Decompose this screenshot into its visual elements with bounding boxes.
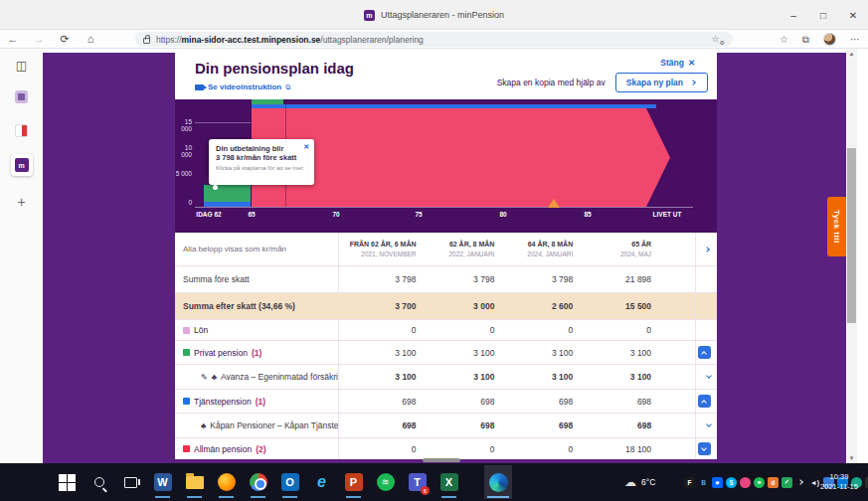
table-row-avanza[interactable]: ✎ ♣ Avanza – Egeninmatad försäkring: I..…: [175, 365, 717, 390]
url-path: /uttagsplaneraren/planering: [320, 35, 424, 45]
taskbar-powerpoint-icon[interactable]: P: [343, 465, 364, 499]
taskbar-word-icon[interactable]: W: [152, 465, 173, 499]
video-instruction-link[interactable]: Se videoinstruktion ⧉: [195, 83, 290, 91]
collections-icon[interactable]: ⧉: [802, 34, 809, 46]
close-x-icon: ✕: [688, 58, 695, 68]
taskbar-edge-icon-active[interactable]: [484, 465, 512, 499]
allman-pension-swatch-icon: [183, 445, 190, 452]
column-header: 62 ÅR, 8 MÅN 2022, JANUARI: [417, 240, 495, 259]
profile-avatar[interactable]: [823, 33, 836, 46]
tray-pink-app-icon[interactable]: [740, 477, 751, 488]
scrollbar-thumb[interactable]: [847, 148, 856, 323]
sidebar-panel-icon[interactable]: ◫: [0, 59, 43, 73]
y-tick: 0: [175, 199, 192, 206]
pension-logo-icon: ♣: [212, 373, 217, 382]
tray-f-secure-icon[interactable]: F: [684, 477, 695, 488]
edit-icon[interactable]: ✎: [201, 373, 208, 382]
sidebar-app-purple-icon[interactable]: [0, 90, 43, 103]
start-button[interactable]: [57, 465, 78, 499]
payout-tooltip: Din utbetalning blir 3 798 kr/mån före s…: [209, 139, 314, 185]
allman-pension-area[interactable]: [252, 108, 670, 207]
table-row-tjanstepension[interactable]: Tjänstepension (1) 698 698 698 698: [175, 390, 717, 414]
sidebar-app-red-icon[interactable]: [0, 124, 43, 137]
tooltip-close-icon[interactable]: ✕: [303, 143, 309, 151]
tooltip-line1: Din utbetalning blir: [216, 144, 307, 153]
table-row-summa-fore-skatt: Summa före skatt 3 798 3 798 3 798 21 89…: [175, 266, 717, 293]
tray-dropbox-icon[interactable]: ◆: [712, 477, 723, 488]
expand-avanza-icon[interactable]: [706, 373, 712, 379]
taskbar-firefox-icon[interactable]: [216, 465, 237, 499]
x-tick: 80: [499, 211, 506, 218]
menu-dots-icon[interactable]: ⋯: [850, 34, 860, 45]
clock-date: 2021-11-15: [820, 482, 858, 492]
horizontal-scrollbar-thumb[interactable]: [423, 458, 460, 462]
column-header: FRÅN 62 ÅR, 6 MÅN 2021, NOVEMBER: [338, 240, 417, 259]
url-domain: mina-sidor-acc.test.minpension.se: [182, 35, 321, 45]
tray-shield-check-icon[interactable]: ✓: [781, 477, 792, 488]
table-row-summa-efter-skatt: Summa efter skatt (34,66 %) 3 700 3 000 …: [175, 293, 717, 320]
tjanstepension-area-after-65[interactable]: [252, 104, 656, 108]
privat-pension-bar-before-65[interactable]: [204, 185, 251, 202]
tooltip-hint: Klicka på staplarna för att se mer.: [216, 165, 307, 171]
windows-taskbar: W O e P ≋ T6 X ☁ 6°C F B ◆ S ≋ d ✓ ◄): [0, 463, 868, 501]
table-row-allman-pension[interactable]: Allmän pension (2) 0 0 0 18 100: [175, 438, 717, 459]
teams-badge: 6: [421, 486, 430, 495]
tray-document-app-icon[interactable]: d: [768, 477, 779, 488]
expand-allman-pension-button[interactable]: [698, 442, 711, 455]
y-tick: 10 000: [175, 144, 192, 158]
feedback-button[interactable]: Tyck till: [827, 197, 846, 256]
taskbar-file-explorer-icon[interactable]: [184, 465, 205, 499]
tooltip-line2: 3 798 kr/mån före skatt: [216, 153, 307, 162]
taskbar-weather[interactable]: ☁ 6°C: [624, 463, 655, 501]
taskbar-internet-explorer-icon[interactable]: e: [311, 465, 332, 499]
scroll-up-icon[interactable]: ▲: [846, 51, 857, 57]
tray-skype-icon[interactable]: S: [726, 477, 737, 488]
expand-kapan-icon[interactable]: [706, 421, 712, 427]
x-tick: LIVET UT: [653, 211, 682, 218]
table-note: Alla belopp visas som kr/mån: [175, 245, 338, 253]
taskbar-spotify-icon[interactable]: ≋: [375, 465, 396, 499]
tray-bluetooth-icon[interactable]: B: [698, 477, 709, 488]
create-new-plan-button[interactable]: Skapa ny plan: [615, 73, 708, 92]
table-row-privat-pension[interactable]: Privat pension (1) 3 100 3 100 3 100 3 1…: [175, 341, 717, 365]
back-icon[interactable]: ←: [0, 33, 26, 45]
taskbar-chrome-icon[interactable]: [248, 465, 268, 499]
title-bar: m Uttagsplaneraren - minPension – □ ✕: [0, 0, 868, 30]
favorites-icon[interactable]: ☆: [780, 34, 788, 45]
scroll-down-icon[interactable]: ▼: [846, 455, 857, 461]
payout-table: Alla belopp visas som kr/mån FRÅN 62 ÅR,…: [175, 233, 717, 459]
forward-icon[interactable]: →: [26, 33, 52, 45]
table-row-kapan[interactable]: ♣ Kåpan Pensioner – Kåpan Tjänste PA-...…: [175, 414, 717, 438]
sidebar-minpension-active-icon[interactable]: m: [0, 154, 43, 176]
copy-hint-text: Skapa en kopia med hjälp av: [497, 78, 606, 87]
collapse-privat-pension-button[interactable]: [698, 346, 711, 359]
taskbar-clock[interactable]: 10:39 2021-11-15: [813, 463, 865, 501]
bookmark-star-icon[interactable]: ☆⚙: [712, 34, 725, 46]
tjanstepension-swatch-icon: [183, 398, 190, 405]
table-row-lon[interactable]: Lön 0 0 0 0: [175, 320, 717, 341]
refresh-icon[interactable]: ⟳: [52, 33, 78, 46]
taskbar-excel-icon[interactable]: X: [438, 465, 459, 499]
maximize-button[interactable]: □: [808, 0, 838, 30]
tray-pointer-icon[interactable]: [795, 477, 806, 488]
taskbar-outlook-icon[interactable]: O: [279, 465, 300, 499]
close-plan-link[interactable]: Stäng ✕: [660, 58, 695, 68]
task-view-icon[interactable]: [120, 465, 141, 499]
address-bar[interactable]: https://mina-sidor-acc.test.minpension.s…: [135, 32, 733, 47]
browser-window: m Uttagsplaneraren - minPension – □ ✕ ← …: [0, 0, 868, 501]
column-header: 65 ÅR 2024, MAJ: [573, 240, 651, 259]
minimize-button[interactable]: –: [779, 0, 808, 30]
lock-icon: [143, 38, 150, 44]
window-title-group: m Uttagsplaneraren - minPension: [0, 0, 868, 30]
table-scroll-right-icon[interactable]: [704, 247, 710, 252]
collapse-tjanstepension-button[interactable]: [698, 395, 711, 408]
x-tick: 70: [332, 211, 339, 218]
home-icon[interactable]: ⌂: [78, 33, 103, 45]
close-button[interactable]: ✕: [838, 0, 868, 30]
sidebar-add-icon[interactable]: +: [0, 194, 43, 210]
vertical-scrollbar[interactable]: ▲ ▼: [846, 49, 857, 463]
tray-spotify-icon[interactable]: ≋: [754, 477, 765, 488]
taskbar-teams-icon[interactable]: T6: [407, 465, 428, 499]
tooltip-anchor-dot: [213, 185, 218, 190]
search-icon[interactable]: [88, 465, 109, 499]
